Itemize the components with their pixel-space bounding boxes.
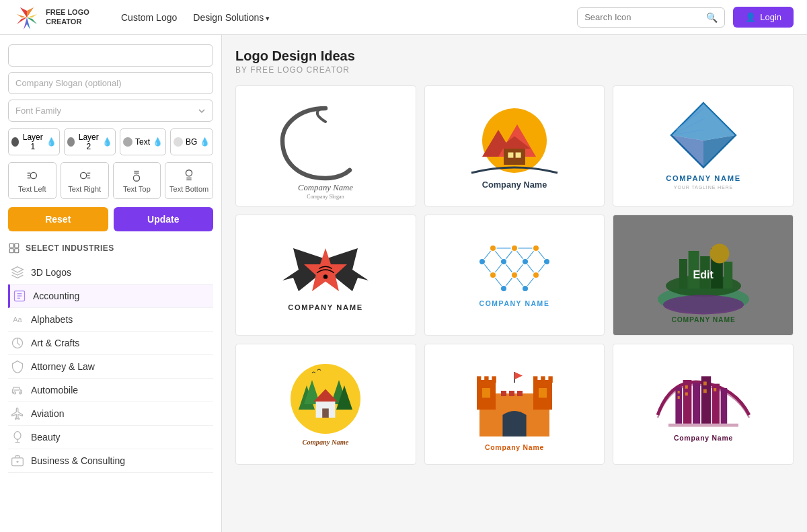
color-row: Layer 1 💧 Layer 2 💧 Text 💧 BG 💧 [8,128,213,155]
layer1-drop-icon: 💧 [46,137,56,147]
text-bottom-btn[interactable]: Text Bottom [165,162,213,199]
industry-item-business-consulting[interactable]: Business & Consulting [8,449,213,473]
logo-card-city-swirl[interactable]: Company Name Edit [613,344,794,465]
text-bottom-icon [182,168,196,183]
svg-point-18 [134,175,140,181]
beauty-label: Beauty [31,432,61,443]
attorney-law-label: Attorney & Law [31,361,95,372]
logo-card-elegant-c[interactable]: Company Name Company Slogan Edit [235,85,416,206]
search-input[interactable] [584,12,702,22]
text-right-label: Text Right [68,185,101,193]
attorney-law-icon [11,360,24,373]
accounting-icon [13,289,26,303]
reset-button[interactable]: Reset [8,207,108,231]
logo-card-house-sunset[interactable]: Company Name Edit [424,85,605,206]
aviation-icon [11,407,24,420]
svg-text:Aa: Aa [13,315,22,324]
logo-line2: CREATOR [46,17,89,26]
layer2-color-dot [67,137,75,147]
font-family-select[interactable]: Font Family [8,100,213,122]
main-layout: lemon Font Family Layer 1 💧 Layer 2 💧 Te… [0,35,807,532]
industry-item-alphabets[interactable]: Aa Alphabets [8,308,213,332]
user-icon: 👤 [745,12,756,22]
nav-design-solutions[interactable]: Design Solutions [193,12,270,23]
svg-point-12 [80,172,86,178]
search-icon: 🔍 [706,12,718,23]
logo-card-forest-house[interactable]: Company Name Edit [235,344,416,465]
text-left-label: Text Left [18,185,46,193]
art-crafts-icon [11,336,24,350]
bg-color-btn[interactable]: BG 💧 [170,128,213,155]
text-left-btn[interactable]: Text Left [8,162,56,199]
text-bottom-label: Text Bottom [169,185,208,193]
select-industries-label: SELECT INDUSTRIES [26,243,114,253]
logo-icon [13,4,40,31]
layer1-color-btn[interactable]: Layer 1 💧 [8,128,60,155]
industry-item-automobile[interactable]: Automobile [8,379,213,402]
industry-section-header: SELECT INDUSTRIES [8,242,213,254]
card-overlay-6: Edit [613,215,793,335]
svg-rect-25 [15,249,19,253]
text-top-btn[interactable]: Text Top [113,162,161,199]
svg-rect-23 [15,243,19,248]
logo-card-city-green[interactable]: COMPANY NAME Edit [613,215,794,336]
site-logo[interactable]: FREE LOGO CREATOR [13,4,108,31]
layer1-color-dot [11,137,19,147]
company-slogan-input[interactable] [8,72,213,94]
industry-item-accounting[interactable]: Accounting [8,284,213,308]
text-left-icon [25,168,40,183]
logo-grid: Company Name Company Slogan Edit [235,85,794,465]
industry-item-art-crafts[interactable]: Art & Crafts [8,332,213,355]
industry-item-attorney-law[interactable]: Attorney & Law [8,355,213,379]
logo-text: FREE LOGO CREATOR [46,8,89,26]
automobile-icon [11,383,24,397]
login-button[interactable]: 👤 Login [733,7,794,28]
logo-card-blue-diamond[interactable]: COMPANY NAME YOUR TAGLINE HERE Edit [613,85,794,206]
content-title: Logo Design Ideas [235,48,794,64]
text-color-btn[interactable]: Text 💧 [120,128,166,155]
content-subtitle: BY FREE LOGO CREATOR [235,65,794,75]
content-header: Logo Design Ideas BY FREE LOGO CREATOR [235,48,794,75]
text-right-btn[interactable]: Text Right [61,162,109,199]
bg-color-dot [174,137,183,147]
action-row: Reset Update [8,207,213,231]
aviation-label: Aviation [31,408,65,419]
3d-logos-label: 3D Logos [31,267,71,278]
svg-point-19 [186,170,192,176]
layout-row: Text Left Text Right Text Top [8,162,213,199]
sidebar: lemon Font Family Layer 1 💧 Layer 2 💧 Te… [0,35,222,532]
text-color-dot [123,137,132,147]
alphabets-icon: Aa [11,313,24,326]
layer2-color-btn[interactable]: Layer 2 💧 [64,128,116,155]
text-drop-icon: 💧 [153,137,163,147]
svg-point-8 [30,172,36,178]
update-button[interactable]: Update [114,207,214,231]
industry-item-beauty[interactable]: Beauty [8,426,213,449]
company-name-input[interactable]: lemon [8,44,213,67]
layer2-label: Layer 2 [77,132,100,151]
nav-custom-logo[interactable]: Custom Logo [121,12,177,23]
bg-color-label: BG [186,137,197,147]
business-consulting-label: Business & Consulting [31,455,125,466]
art-crafts-label: Art & Crafts [31,338,79,348]
header: FREE LOGO CREATOR Custom Logo Design Sol… [0,0,807,35]
login-label: Login [760,12,781,22]
logo-card-star-shield[interactable]: COMPANY NAME Edit [235,215,416,336]
logo-card-castle[interactable]: Company Name Edit [424,344,605,465]
business-consulting-icon [11,454,24,467]
svg-rect-22 [9,243,13,248]
logo-line1: FREE LOGO [46,8,89,17]
layer1-label: Layer 1 [22,132,44,151]
logo-card-network-grid[interactable]: COMPANY NAME Edit [424,215,605,336]
automobile-label: Automobile [31,385,78,395]
search-box[interactable]: 🔍 [577,7,725,28]
bg-drop-icon: 💧 [200,137,210,147]
text-top-icon [129,168,144,183]
layer2-drop-icon: 💧 [102,137,112,147]
accounting-label: Accounting [33,291,79,301]
industry-item-3d-logos[interactable]: 3D Logos [8,261,213,284]
beauty-icon [11,430,24,444]
text-right-icon [77,168,92,183]
content-area: Logo Design Ideas BY FREE LOGO CREATOR C… [222,35,807,532]
industry-item-aviation[interactable]: Aviation [8,402,213,426]
